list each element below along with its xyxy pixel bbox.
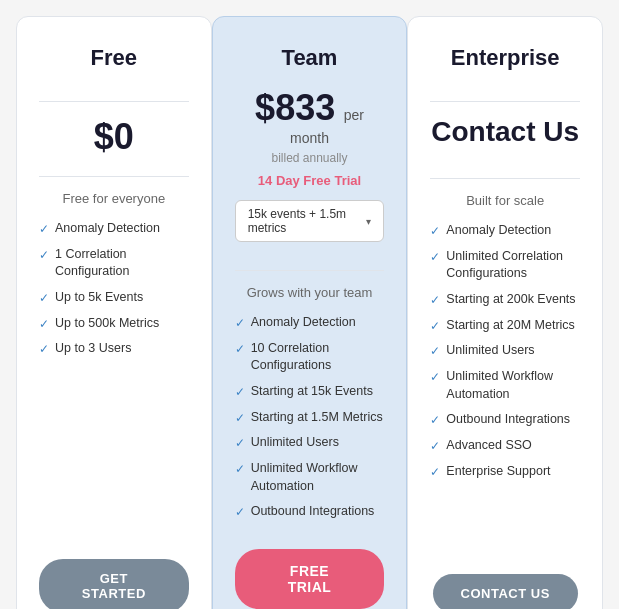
check-icon: ✓	[430, 464, 440, 481]
feature-text: Outbound Integrations	[251, 503, 375, 521]
team-free-trial-button[interactable]: FREE TRIAL	[235, 549, 385, 609]
feature-text: Anomaly Detection	[446, 222, 551, 240]
check-icon: ✓	[235, 435, 245, 452]
check-icon: ✓	[235, 410, 245, 427]
feature-text: Unlimited Users	[446, 342, 534, 360]
team-plan-subtitle: Grows with your team	[247, 285, 373, 300]
feature-text: Anomaly Detection	[55, 220, 160, 238]
free-plan-price: $0	[94, 116, 134, 158]
feature-text: 1 Correlation Configuration	[55, 246, 189, 281]
check-icon: ✓	[430, 438, 440, 455]
check-icon: ✓	[430, 223, 440, 240]
list-item: ✓ Outbound Integrations	[430, 411, 580, 429]
list-item: ✓ Starting at 15k Events	[235, 383, 385, 401]
dropdown-label: 15k events + 1.5m metrics	[248, 207, 359, 235]
feature-text: Starting at 1.5M Metrics	[251, 409, 383, 427]
free-plan-name: Free	[91, 45, 137, 71]
list-item: ✓ 10 Correlation Configurations	[235, 340, 385, 375]
free-plan-card: Free $0 Free for everyone ✓ Anomaly Dete…	[16, 16, 212, 609]
feature-text: Advanced SSO	[446, 437, 531, 455]
team-free-trial-text: 14 Day Free Trial	[258, 173, 361, 188]
list-item: ✓ Up to 3 Users	[39, 340, 189, 358]
check-icon: ✓	[235, 315, 245, 332]
list-item: ✓ Starting at 20M Metrics	[430, 317, 580, 335]
list-item: ✓ Enterprise Support	[430, 463, 580, 481]
check-icon: ✓	[430, 249, 440, 266]
check-icon: ✓	[430, 318, 440, 335]
check-icon: ✓	[39, 341, 49, 358]
list-item: ✓ Advanced SSO	[430, 437, 580, 455]
enterprise-feature-list: ✓ Anomaly Detection ✓ Unlimited Correlat…	[430, 222, 580, 554]
feature-text: Unlimited Workflow Automation	[446, 368, 580, 403]
check-icon: ✓	[39, 221, 49, 238]
list-item: ✓ Anomaly Detection	[430, 222, 580, 240]
check-icon: ✓	[235, 384, 245, 401]
enterprise-plan-name: Enterprise	[451, 45, 560, 71]
feature-text: Up to 3 Users	[55, 340, 131, 358]
feature-text: Starting at 200k Events	[446, 291, 575, 309]
list-item: ✓ Unlimited Workflow Automation	[235, 460, 385, 495]
feature-text: Unlimited Correlation Configurations	[446, 248, 580, 283]
team-events-dropdown[interactable]: 15k events + 1.5m metrics ▾	[235, 200, 385, 242]
check-icon: ✓	[430, 343, 440, 360]
chevron-down-icon: ▾	[366, 216, 371, 227]
team-plan-name: Team	[282, 45, 338, 71]
check-icon: ✓	[235, 461, 245, 478]
feature-text: Unlimited Workflow Automation	[251, 460, 385, 495]
feature-text: Up to 500k Metrics	[55, 315, 159, 333]
list-item: ✓ Unlimited Workflow Automation	[430, 368, 580, 403]
feature-text: Starting at 15k Events	[251, 383, 373, 401]
team-divider	[235, 270, 385, 271]
list-item: ✓ Unlimited Correlation Configurations	[430, 248, 580, 283]
free-feature-list: ✓ Anomaly Detection ✓ 1 Correlation Conf…	[39, 220, 189, 539]
enterprise-divider-2	[430, 178, 580, 179]
team-plan-card: Team $833 per month billed annually 14 D…	[212, 16, 408, 609]
free-get-started-button[interactable]: GET STARTED	[39, 559, 189, 609]
check-icon: ✓	[430, 369, 440, 386]
list-item: ✓ Anomaly Detection	[235, 314, 385, 332]
feature-text: Outbound Integrations	[446, 411, 570, 429]
free-plan-subtitle: Free for everyone	[63, 191, 166, 206]
free-divider-2	[39, 176, 189, 177]
check-icon: ✓	[430, 412, 440, 429]
check-icon: ✓	[235, 504, 245, 521]
list-item: ✓ Unlimited Users	[430, 342, 580, 360]
check-icon: ✓	[430, 292, 440, 309]
enterprise-plan-subtitle: Built for scale	[466, 193, 544, 208]
enterprise-contact-button[interactable]: CONTACT US	[433, 574, 578, 609]
check-icon: ✓	[235, 341, 245, 358]
list-item: ✓ Up to 500k Metrics	[39, 315, 189, 333]
enterprise-divider-1	[430, 101, 580, 102]
list-item: ✓ 1 Correlation Configuration	[39, 246, 189, 281]
pricing-container: Free $0 Free for everyone ✓ Anomaly Dete…	[16, 16, 603, 609]
feature-text: Up to 5k Events	[55, 289, 143, 307]
feature-text: Enterprise Support	[446, 463, 550, 481]
list-item: ✓ Starting at 1.5M Metrics	[235, 409, 385, 427]
feature-text: 10 Correlation Configurations	[251, 340, 385, 375]
check-icon: ✓	[39, 316, 49, 333]
enterprise-contact-text: Contact Us	[431, 116, 579, 148]
check-icon: ✓	[39, 247, 49, 264]
enterprise-plan-card: Enterprise Contact Us Built for scale ✓ …	[407, 16, 603, 609]
team-plan-price: $833	[255, 87, 335, 128]
feature-text: Unlimited Users	[251, 434, 339, 452]
team-billed-text: billed annually	[271, 151, 347, 165]
check-icon: ✓	[39, 290, 49, 307]
team-feature-list: ✓ Anomaly Detection ✓ 10 Correlation Con…	[235, 314, 385, 529]
feature-text: Starting at 20M Metrics	[446, 317, 575, 335]
feature-text: Anomaly Detection	[251, 314, 356, 332]
free-divider-1	[39, 101, 189, 102]
list-item: ✓ Up to 5k Events	[39, 289, 189, 307]
list-item: ✓ Unlimited Users	[235, 434, 385, 452]
list-item: ✓ Starting at 200k Events	[430, 291, 580, 309]
list-item: ✓ Outbound Integrations	[235, 503, 385, 521]
list-item: ✓ Anomaly Detection	[39, 220, 189, 238]
